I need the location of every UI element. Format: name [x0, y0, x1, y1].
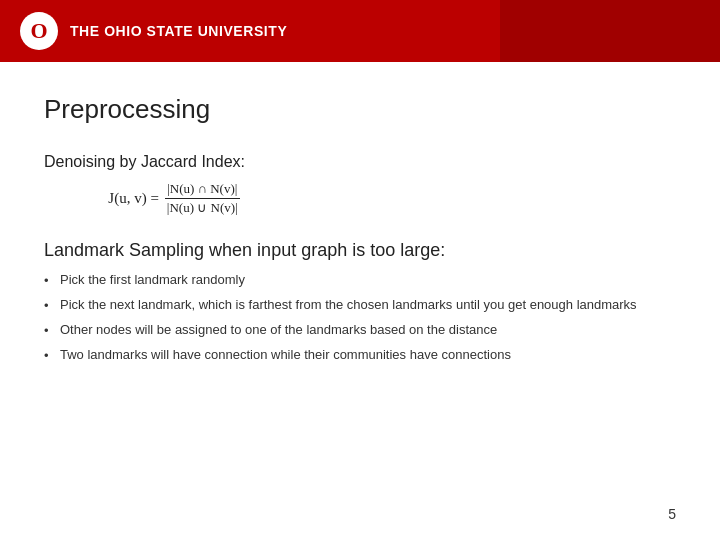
list-item: •Two landmarks will have connection whil…	[44, 346, 676, 366]
bullet-list: •Pick the first landmark randomly•Pick t…	[44, 271, 676, 365]
bullet-text: Two landmarks will have connection while…	[60, 346, 511, 365]
bullet-text: Pick the first landmark randomly	[60, 271, 245, 290]
bullet-text: Other nodes will be assigned to one of t…	[60, 321, 497, 340]
header: O The Ohio State University	[0, 0, 720, 62]
bullet-dot: •	[44, 347, 60, 366]
logo-letter: O	[30, 20, 47, 42]
bullet-dot: •	[44, 297, 60, 316]
denoising-heading: Denoising by Jaccard Index:	[44, 153, 676, 171]
osu-logo: O	[20, 12, 58, 50]
list-item: •Pick the next landmark, which is farthe…	[44, 296, 676, 316]
landmark-heading: Landmark Sampling when input graph is to…	[44, 240, 676, 261]
formula-numerator: |N(u) ∩ N(v)|	[165, 181, 239, 197]
jaccard-formula: J(u, v) = |N(u) ∩ N(v)| |N(u) ∪ N(v)|	[108, 181, 239, 216]
list-item: •Pick the first landmark randomly	[44, 271, 676, 291]
bullet-dot: •	[44, 272, 60, 291]
formula-fraction: |N(u) ∩ N(v)| |N(u) ∪ N(v)|	[165, 181, 240, 216]
fraction-bar	[165, 198, 240, 199]
bullet-text: Pick the next landmark, which is farthes…	[60, 296, 637, 315]
list-item: •Other nodes will be assigned to one of …	[44, 321, 676, 341]
main-content: Preprocessing Denoising by Jaccard Index…	[0, 62, 720, 540]
formula-lhs: J(u, v) =	[108, 190, 159, 207]
page-number: 5	[668, 506, 676, 522]
formula-denominator: |N(u) ∪ N(v)|	[165, 200, 240, 216]
page-title: Preprocessing	[44, 94, 676, 125]
bullet-dot: •	[44, 322, 60, 341]
header-accent-box	[500, 0, 720, 62]
formula-container: J(u, v) = |N(u) ∩ N(v)| |N(u) ∪ N(v)|	[44, 181, 304, 216]
university-name: The Ohio State University	[70, 23, 287, 39]
